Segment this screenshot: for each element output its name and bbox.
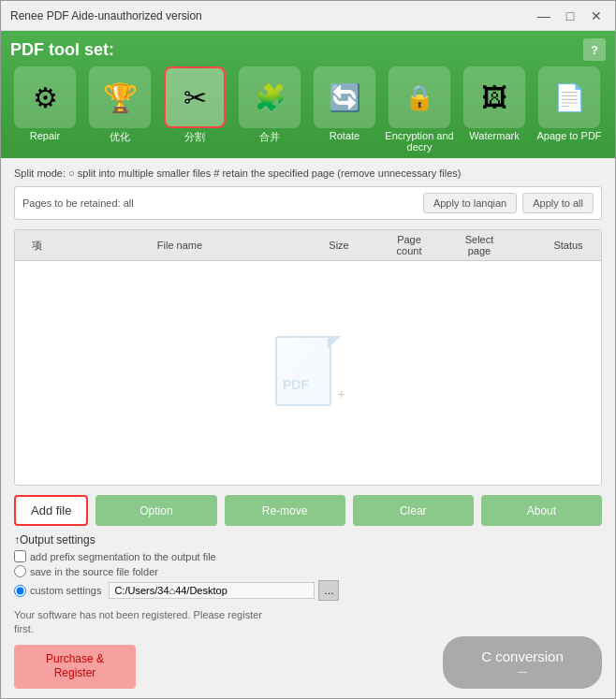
pages-retain-row: Pages to be retained: all Apply to lanqi… <box>14 186 602 220</box>
browse-button[interactable]: … <box>318 580 339 601</box>
convert-to-pdf-label: Apage to PDF <box>536 130 601 141</box>
apply-to-all-button[interactable]: Apply to all <box>522 193 594 213</box>
col-arrow <box>517 234 535 256</box>
col-size: Size <box>301 234 376 256</box>
custom-path-input[interactable] <box>109 582 315 599</box>
cursor-plus-icon: + <box>338 386 345 401</box>
bottom-section: Your software has not been registered. P… <box>14 608 602 689</box>
encrypt-icon: 🔒 <box>404 83 434 112</box>
convert-to-pdf-icon-wrap: 📄 <box>538 66 600 128</box>
title-bar: Renee PDF Aide-unauthorized version — □ … <box>1 1 615 31</box>
rotate-label: Rotate <box>330 130 359 141</box>
watermark-label: Watermark <box>469 130 519 141</box>
pdf-icon: PDF + <box>275 336 341 411</box>
save-source-radio-row: save in the source file folder <box>14 565 602 577</box>
rotate-icon-wrap: 🔄 <box>314 66 375 128</box>
bottom-left: Your software has not been registered. P… <box>14 608 276 689</box>
encrypt-icon-wrap: 🔒 <box>389 66 450 128</box>
split-mode-text: Split mode: ○ split into multiple smalle… <box>14 167 602 179</box>
convert-sub: — <box>518 666 527 677</box>
about-button[interactable]: About <box>481 495 602 526</box>
toolbar-header: PDF tool set: ? <box>10 38 606 61</box>
tool-rotate[interactable]: 🔄 Rotate <box>310 66 379 153</box>
tool-split[interactable]: ✂ 分割 <box>160 66 229 153</box>
custom-path-row: custom settings … <box>14 580 602 601</box>
output-settings-title: ↑Output settings <box>14 533 602 546</box>
custom-path-radio[interactable] <box>14 585 26 597</box>
col-pagecount: Pagecount <box>376 234 442 256</box>
output-settings: ↑Output settings add prefix segmentation… <box>14 533 602 601</box>
col-xiang: 项 <box>15 234 58 256</box>
window-controls: — □ ✕ <box>535 7 606 25</box>
tool-encrypt[interactable]: 🔒 Encryption and decry <box>385 66 454 153</box>
rotate-icon: 🔄 <box>329 82 361 113</box>
close-button[interactable]: ✕ <box>587 7 606 25</box>
custom-path-label: custom settings <box>30 585 101 596</box>
tool-watermark[interactable]: 🖼 Watermark <box>460 66 529 153</box>
option-button[interactable]: Option <box>95 495 216 526</box>
prefix-checkbox-label: add prefix segmentation to the output fi… <box>30 551 216 562</box>
split-label: 分割 <box>184 130 205 144</box>
pdf-icon-text: PDF <box>283 377 309 392</box>
pages-retain-input[interactable] <box>139 197 423 209</box>
optimize-label: 优化 <box>110 130 130 144</box>
pdf-icon-corner <box>328 336 341 349</box>
merge-label: 合并 <box>259 130 280 144</box>
register-notice: Your software has not been registered. P… <box>14 608 276 637</box>
tool-optimize[interactable]: 🏆 优化 <box>85 66 154 153</box>
convert-label: C conversion <box>481 648 564 664</box>
merge-icon-wrap: 🧩 <box>239 66 301 128</box>
watermark-icon-wrap: 🖼 <box>463 66 525 128</box>
apply-to-lanqian-button[interactable]: Apply to lanqian <box>423 193 517 213</box>
restore-button[interactable]: □ <box>561 7 579 25</box>
pages-retain-label: Pages to be retained: all <box>22 197 134 209</box>
toolbar-icons: ⚙ Repair 🏆 优化 ✂ 分割 🧩 <box>10 66 606 153</box>
purchase-register-button[interactable]: Purchase & Register <box>14 645 136 689</box>
toolbar-title: PDF tool set: <box>10 40 114 60</box>
add-file-button[interactable]: Add file <box>14 495 88 526</box>
tool-convert-to-pdf[interactable]: 📄 Apage to PDF <box>535 66 604 153</box>
content-area: Split mode: ○ split into multiple smalle… <box>1 158 615 698</box>
watermark-icon: 🖼 <box>481 82 507 113</box>
save-source-radio[interactable] <box>14 565 26 577</box>
main-window: Renee PDF Aide-unauthorized version — □ … <box>0 0 616 699</box>
repair-icon-wrap: ⚙ <box>14 66 76 128</box>
merge-icon: 🧩 <box>254 82 286 113</box>
clear-button[interactable]: Clear <box>353 495 474 526</box>
action-buttons: Add file Option Re-move Clear About <box>14 495 602 526</box>
repair-label: Repair <box>30 130 60 141</box>
col-status: Status <box>535 234 601 256</box>
split-icon-wrap: ✂ <box>164 66 226 128</box>
convert-button[interactable]: C conversion — <box>443 636 602 689</box>
col-filename: File name <box>58 234 301 256</box>
table-header: 项 File name Size Pagecount Selectpage St… <box>15 230 601 261</box>
minimize-button[interactable]: — <box>535 7 553 25</box>
optimize-icon: 🏆 <box>103 81 138 114</box>
prefix-checkbox-row: add prefix segmentation to the output fi… <box>14 550 602 562</box>
tool-repair[interactable]: ⚙ Repair <box>10 66 80 153</box>
save-source-label: save in the source file folder <box>30 566 158 577</box>
pdf-icon-body <box>275 336 331 406</box>
window-title: Renee PDF Aide-unauthorized version <box>10 9 202 22</box>
help-button[interactable]: ? <box>583 38 606 61</box>
table-body: PDF + <box>15 261 601 485</box>
pdf-drop-placeholder: PDF + <box>275 336 341 411</box>
tool-merge[interactable]: 🧩 合并 <box>235 66 304 153</box>
optimize-icon-wrap: 🏆 <box>89 66 151 128</box>
col-selectpage: Selectpage <box>442 234 517 256</box>
encrypt-label: Encryption and decry <box>385 130 454 153</box>
split-icon: ✂ <box>183 81 207 114</box>
convert-to-pdf-icon: 📄 <box>553 82 586 113</box>
file-table: 项 File name Size Pagecount Selectpage St… <box>14 229 602 486</box>
repair-icon: ⚙ <box>33 81 58 114</box>
prefix-checkbox[interactable] <box>14 550 26 562</box>
remove-button[interactable]: Re-move <box>225 495 345 526</box>
toolbar: PDF tool set: ? ⚙ Repair 🏆 优化 ✂ <box>1 31 615 158</box>
